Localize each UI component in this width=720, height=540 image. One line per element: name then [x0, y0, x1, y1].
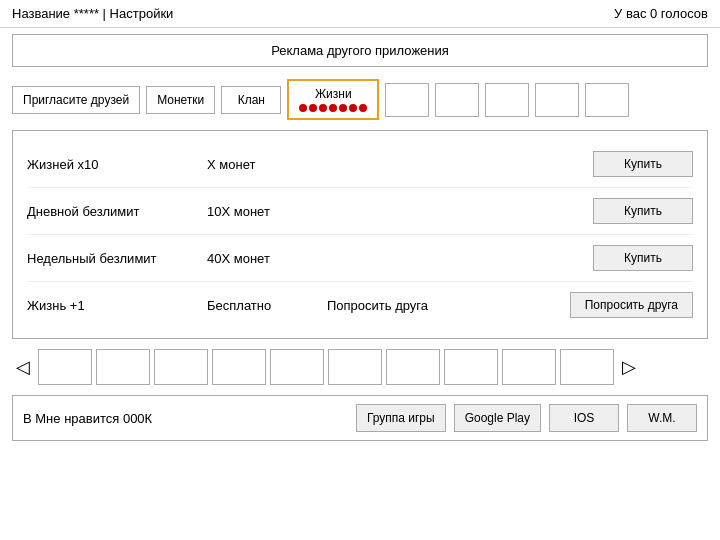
dot-6: [349, 104, 357, 112]
scroll-item-1[interactable]: [96, 349, 150, 385]
dot-3: [319, 104, 327, 112]
scroll-item-3[interactable]: [212, 349, 266, 385]
shop-row-1: Дневной безлимит 10X монет Купить: [27, 188, 693, 235]
scroll-item-0[interactable]: [38, 349, 92, 385]
shop-item-name-0: Жизней х10: [27, 157, 207, 172]
shop-panel: Жизней х10 X монет Купить Дневной безлим…: [12, 130, 708, 339]
votes-label: У вас 0 голосов: [614, 6, 708, 21]
nav-tabs: Пригласите друзей Монетки Клан Жизни: [0, 73, 720, 126]
ad-text: Реклама другого приложения: [271, 43, 449, 58]
shop-row-2: Недельный безлимит 40X монет Купить: [27, 235, 693, 282]
lives-dots: [299, 104, 367, 112]
tab-spacer-2: [435, 83, 479, 117]
ask-friend-button[interactable]: Попросить друга: [570, 292, 693, 318]
tab-lives[interactable]: Жизни: [287, 79, 379, 120]
scroll-row: ◁ ▷: [0, 343, 720, 391]
tab-invite[interactable]: Пригласите друзей: [12, 86, 140, 114]
tab-spacer-4: [535, 83, 579, 117]
scroll-item-4[interactable]: [270, 349, 324, 385]
tab-spacer-3: [485, 83, 529, 117]
tab-spacer-1: [385, 83, 429, 117]
scroll-right-arrow[interactable]: ▷: [618, 356, 640, 378]
scroll-item-9[interactable]: [560, 349, 614, 385]
shop-row-0: Жизней х10 X монет Купить: [27, 141, 693, 188]
dot-7: [359, 104, 367, 112]
buy-button-2[interactable]: Купить: [593, 245, 693, 271]
scroll-item-8[interactable]: [502, 349, 556, 385]
ios-button[interactable]: IOS: [549, 404, 619, 432]
dot-1: [299, 104, 307, 112]
shop-item-name-2: Недельный безлимит: [27, 251, 207, 266]
shop-item-name-1: Дневной безлимит: [27, 204, 207, 219]
buy-button-1[interactable]: Купить: [593, 198, 693, 224]
tab-coins[interactable]: Монетки: [146, 86, 215, 114]
tab-spacer-5: [585, 83, 629, 117]
scroll-item-5[interactable]: [328, 349, 382, 385]
app-title: Название ***** | Настройки: [12, 6, 173, 21]
ad-banner: Реклама другого приложения: [12, 34, 708, 67]
shop-item-price-0: X монет: [207, 157, 327, 172]
dot-4: [329, 104, 337, 112]
shop-item-price-3: Бесплатно: [207, 298, 327, 313]
shop-item-price-2: 40X монет: [207, 251, 327, 266]
footer-text: В Мне нравится 000К: [23, 411, 348, 426]
scroll-item-7[interactable]: [444, 349, 498, 385]
scroll-item-2[interactable]: [154, 349, 208, 385]
dot-2: [309, 104, 317, 112]
shop-item-price-1: 10X монет: [207, 204, 327, 219]
buy-button-0[interactable]: Купить: [593, 151, 693, 177]
google-play-button[interactable]: Google Play: [454, 404, 541, 432]
wm-button[interactable]: W.M.: [627, 404, 697, 432]
shop-row-3: Жизнь +1 Бесплатно Попросить друга Попро…: [27, 282, 693, 328]
game-group-button[interactable]: Группа игры: [356, 404, 446, 432]
top-bar: Название ***** | Настройки У вас 0 голос…: [0, 0, 720, 28]
scroll-left-arrow[interactable]: ◁: [12, 356, 34, 378]
footer: В Мне нравится 000К Группа игры Google P…: [12, 395, 708, 441]
shop-item-name-3: Жизнь +1: [27, 298, 207, 313]
shop-item-extra-3: Попросить друга: [327, 298, 570, 313]
scroll-item-6[interactable]: [386, 349, 440, 385]
tab-clan[interactable]: Клан: [221, 86, 281, 114]
dot-5: [339, 104, 347, 112]
